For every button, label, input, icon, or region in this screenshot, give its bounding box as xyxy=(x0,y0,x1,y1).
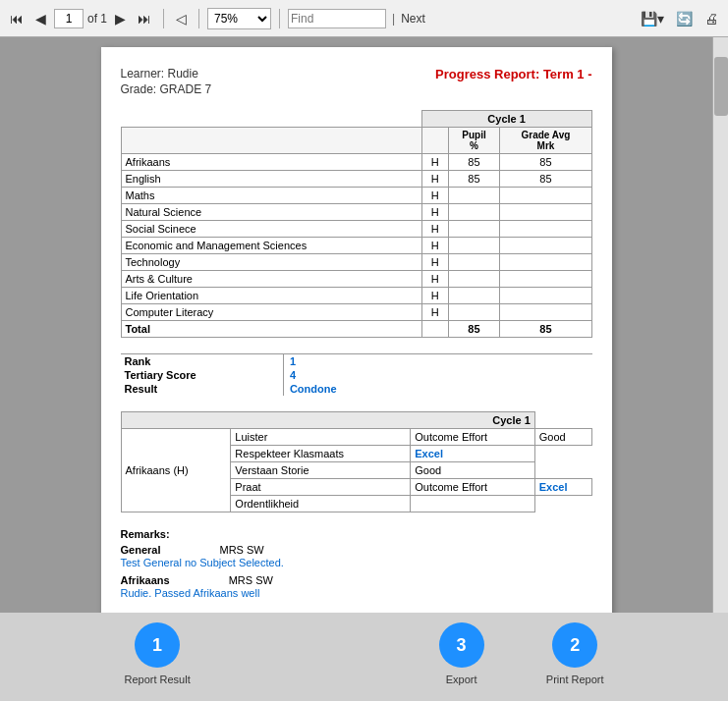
outcome-value: Good xyxy=(411,462,535,479)
export-label: Export xyxy=(446,674,477,685)
bottom-bar: 1 Report Result 3 Export 2 Print Report xyxy=(0,613,728,701)
remarks-comment: Rudie. Passed Afrikaans well xyxy=(121,587,592,599)
subject-grade-avg xyxy=(500,221,591,238)
separator-2 xyxy=(198,9,199,28)
first-page-button[interactable]: ⏮ xyxy=(6,9,28,28)
subject-level: H xyxy=(421,221,448,238)
subject-level: H xyxy=(421,171,448,188)
subject-pupil xyxy=(448,304,500,321)
subject-pupil xyxy=(448,254,500,271)
subject-name: Social Scinece xyxy=(121,221,421,238)
learner-name: Learner: Rudie xyxy=(121,67,212,81)
subject-level: H xyxy=(421,188,448,204)
result-value: Condone xyxy=(283,382,591,396)
scrollbar-thumb[interactable] xyxy=(714,57,728,116)
report-result-button[interactable]: 1 xyxy=(135,622,180,668)
btn-group-report-result: 1 Report Result xyxy=(124,622,190,685)
outcome-label: Ordentlikheid xyxy=(231,496,411,512)
subject-pupil xyxy=(448,221,500,238)
grade-label: Grade: GRADE 7 xyxy=(121,82,212,96)
print-button[interactable]: 🖨 xyxy=(700,9,722,28)
subject-pupil xyxy=(448,188,500,204)
subject-grade-avg xyxy=(500,271,591,288)
subject-level: H xyxy=(421,288,448,304)
report-header: Learner: Rudie Grade: GRADE 7 Progress R… xyxy=(121,67,592,98)
outcome-label: Outcome Effort xyxy=(411,429,535,446)
table-row: Natural Science H xyxy=(121,204,591,221)
total-row: Total 85 85 xyxy=(121,321,591,338)
outcome-subject: Afrikaans (H) xyxy=(121,429,231,512)
subject-pupil xyxy=(448,271,500,288)
remarks-subject-line: Afrikaans MRS SW xyxy=(121,574,592,586)
scrollbar[interactable] xyxy=(712,37,728,613)
remarks-item: Afrikaans MRS SW Rudie. Passed Afrikaans… xyxy=(121,574,592,599)
subject-pupil xyxy=(448,288,500,304)
total-label: Total xyxy=(121,321,421,338)
rank-empty xyxy=(239,354,284,369)
table-row: Technology H xyxy=(121,254,591,271)
find-input[interactable] xyxy=(288,9,386,28)
tertiary-value: 4 xyxy=(283,368,591,382)
outcome-value: Excel xyxy=(411,446,535,462)
subject-grade-avg: 85 xyxy=(500,171,591,188)
outcomes-cycle-header: Cycle 1 xyxy=(121,412,534,429)
result-row: Result Condone xyxy=(121,382,592,396)
result-label: Result xyxy=(121,382,239,396)
subject-grade-avg xyxy=(500,254,591,271)
subject-pupil: 85 xyxy=(448,154,500,171)
main-area: Learner: Rudie Grade: GRADE 7 Progress R… xyxy=(0,37,728,613)
subject-name: Computer Literacy xyxy=(121,304,421,321)
table-row: Computer Literacy H xyxy=(121,304,591,321)
remarks-teacher: MRS SW xyxy=(229,574,273,586)
subject-col-header xyxy=(121,128,421,154)
table-row: Social Scinece H xyxy=(121,221,591,238)
subject-pupil: 85 xyxy=(448,171,500,188)
prev-page-button[interactable]: ◀ xyxy=(31,9,50,28)
refresh-button[interactable]: 🔄 xyxy=(672,9,697,28)
subject-grade-avg xyxy=(500,204,591,221)
subject-grade-avg xyxy=(500,304,591,321)
save-button[interactable]: 💾▾ xyxy=(637,9,668,28)
cycle-header: Cycle 1 xyxy=(421,111,591,128)
last-page-button[interactable]: ⏭ xyxy=(134,9,155,28)
table-row: Maths H xyxy=(121,188,591,204)
outcome-skill: Luister xyxy=(231,429,411,446)
next-page-button[interactable]: ▶ xyxy=(111,9,130,28)
level-col-header xyxy=(421,128,448,154)
result-empty xyxy=(239,382,284,396)
outcome-value: Excel xyxy=(534,479,591,496)
subject-level: H xyxy=(421,154,448,171)
outcomes-table: Cycle 1 Afrikaans (H) Luister Outcome Ef… xyxy=(121,411,592,512)
subject-grade-avg xyxy=(500,188,591,204)
subject-level: H xyxy=(421,304,448,321)
outcome-label: Verstaan Storie xyxy=(231,462,411,479)
report-result-label: Report Result xyxy=(124,674,190,685)
print-report-button[interactable]: 2 xyxy=(552,622,597,668)
remarks-subject: Afrikaans xyxy=(121,574,170,586)
total-pupil: 85 xyxy=(448,321,500,338)
tertiary-row: Tertiary Score 4 xyxy=(121,368,592,382)
page-input[interactable] xyxy=(54,9,84,28)
table-row: Afrikaans H 85 85 xyxy=(121,154,591,171)
rank-table: Rank 1 Tertiary Score 4 Result Condone xyxy=(121,353,592,396)
table-row: Life Orientation H xyxy=(121,288,591,304)
zoom-select[interactable]: 75% 50% 100% 150% xyxy=(207,8,271,29)
export-button[interactable]: 3 xyxy=(439,622,484,668)
remarks-comment: Test General no Subject Selected. xyxy=(121,557,592,568)
back-button[interactable]: ◁ xyxy=(172,9,191,28)
table-row: English H 85 85 xyxy=(121,171,591,188)
content-scroll[interactable]: Learner: Rudie Grade: GRADE 7 Progress R… xyxy=(0,37,712,613)
find-separator: | xyxy=(392,12,395,26)
subject-grade-avg: 85 xyxy=(500,154,591,171)
find-next-button[interactable]: Next xyxy=(401,12,425,26)
learner-info: Learner: Rudie Grade: GRADE 7 xyxy=(121,67,212,98)
remarks-subject: General xyxy=(121,544,161,556)
pupil-col-header: Pupil % xyxy=(448,128,500,154)
outcome-label: Outcome Effort xyxy=(411,479,535,496)
table-row: Arts & Culture H xyxy=(121,271,591,288)
rank-label: Rank xyxy=(121,354,239,369)
separator-1 xyxy=(163,9,164,28)
table-row: Economic and Management Sciences H xyxy=(121,238,591,254)
separator-3 xyxy=(279,9,280,28)
total-empty xyxy=(421,321,448,338)
